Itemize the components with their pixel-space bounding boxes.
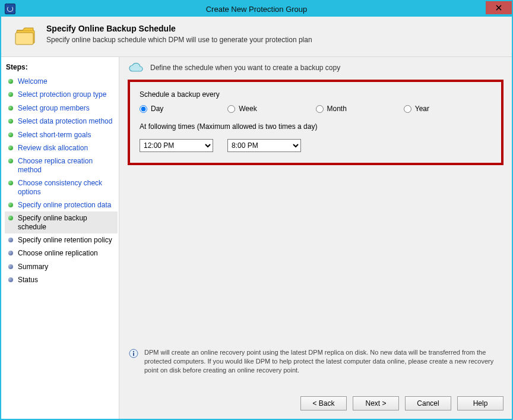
- step-label[interactable]: Select protection group type: [18, 90, 106, 99]
- step-bullet-icon: [8, 106, 13, 110]
- sidebar-step-11: Choose online replication: [5, 247, 118, 260]
- step-label[interactable]: Select short-term goals: [18, 131, 91, 139]
- window-title: Create New Protection Group: [1, 5, 512, 14]
- step-bullet-icon: [8, 146, 13, 150]
- step-bullet-icon: [8, 159, 13, 163]
- schedule-label: Schedule a backup every: [140, 90, 492, 99]
- sidebar-step-5[interactable]: Review disk allocation: [5, 141, 118, 154]
- sidebar-step-4[interactable]: Select short-term goals: [5, 128, 118, 141]
- page-title: Specify Online Backup Schedule: [46, 24, 312, 33]
- app-icon: [5, 4, 15, 14]
- times-label: At following times (Maximum allowed is t…: [140, 122, 492, 131]
- sidebar-step-12: Summary: [5, 260, 118, 273]
- svg-rect-4: [133, 351, 134, 352]
- wizard-window: Create New Protection Group Specify Onli…: [0, 0, 513, 420]
- step-label: Summary: [18, 263, 48, 271]
- wizard-body: Steps: WelcomeSelect protection group ty…: [1, 57, 512, 419]
- radio-week-input[interactable]: [227, 105, 235, 113]
- page-subtitle: Specify online backup schedule which DPM…: [46, 36, 312, 44]
- radio-month-input[interactable]: [316, 105, 324, 113]
- close-button[interactable]: [486, 1, 512, 14]
- sidebar-step-8[interactable]: Specify online protection data: [5, 198, 118, 211]
- radio-year-label: Year: [415, 105, 429, 113]
- step-bullet-icon: [8, 216, 13, 220]
- radio-week-label: Week: [239, 105, 256, 113]
- info-icon: [129, 349, 138, 358]
- close-icon: [496, 5, 502, 11]
- step-bullet-icon: [8, 203, 13, 207]
- sidebar-step-7[interactable]: Choose consistency check options: [5, 176, 118, 198]
- step-bullet-icon: [8, 238, 13, 242]
- wizard-content: Define the schedule when you want to cre…: [119, 57, 512, 419]
- hint-text: Define the schedule when you want to cre…: [150, 64, 340, 72]
- step-bullet-icon: [8, 251, 13, 255]
- info-row: DPM will create an online recovery point…: [119, 348, 512, 375]
- back-button[interactable]: < Back: [300, 396, 347, 410]
- step-label: Status: [18, 276, 38, 284]
- step-label[interactable]: Select group members: [18, 104, 90, 112]
- schedule-box: Schedule a backup every Day Week Month: [128, 80, 504, 165]
- sidebar-step-13: Status: [5, 273, 118, 286]
- step-label[interactable]: Review disk allocation: [18, 144, 88, 152]
- sidebar-step-3[interactable]: Select data protection method: [5, 115, 118, 128]
- step-bullet-icon: [8, 119, 13, 124]
- help-button[interactable]: Help: [457, 396, 504, 410]
- titlebar: Create New Protection Group: [1, 1, 512, 17]
- step-label: Specify online retention policy: [18, 236, 112, 244]
- sidebar-step-0[interactable]: Welcome: [5, 75, 118, 88]
- step-label: Specify online backup schedule: [18, 214, 115, 231]
- step-label[interactable]: Select data protection method: [18, 117, 112, 125]
- step-bullet-icon: [8, 181, 13, 185]
- info-text: DPM will create an online recovery point…: [144, 348, 502, 375]
- cloud-icon: [128, 62, 144, 74]
- step-bullet-icon: [8, 264, 13, 269]
- radio-week[interactable]: Week: [227, 105, 315, 113]
- radio-year-input[interactable]: [404, 105, 411, 113]
- time-selectors: 12:00 PM 8:00 PM: [140, 139, 492, 152]
- step-bullet-icon: [8, 79, 13, 84]
- radio-month-label: Month: [327, 105, 347, 113]
- radio-year[interactable]: Year: [404, 105, 492, 113]
- sidebar-step-9: Specify online backup schedule: [5, 211, 118, 233]
- step-label[interactable]: Choose replica creation method: [18, 157, 115, 174]
- svg-rect-3: [133, 353, 134, 356]
- cancel-button[interactable]: Cancel: [405, 396, 451, 410]
- wizard-header: Specify Online Backup Schedule Specify o…: [1, 17, 512, 57]
- sidebar-step-1[interactable]: Select protection group type: [5, 88, 118, 101]
- time-select-2[interactable]: 8:00 PM: [227, 139, 301, 152]
- radio-day[interactable]: Day: [140, 105, 227, 113]
- button-bar: < Back Next > Cancel Help: [300, 396, 504, 410]
- step-label[interactable]: Welcome: [18, 77, 48, 86]
- radio-day-input[interactable]: [140, 105, 147, 113]
- next-button[interactable]: Next >: [353, 396, 399, 410]
- radio-day-label: Day: [151, 105, 163, 113]
- folder-icon: [14, 25, 38, 47]
- sidebar-step-6[interactable]: Choose replica creation method: [5, 154, 118, 176]
- sidebar-step-2[interactable]: Select group members: [5, 102, 118, 115]
- step-bullet-icon: [8, 277, 13, 282]
- sidebar-step-10: Specify online retention policy: [5, 233, 118, 247]
- step-label[interactable]: Specify online protection data: [18, 201, 111, 209]
- svg-rect-1: [15, 33, 33, 45]
- step-bullet-icon: [8, 92, 13, 97]
- steps-title: Steps:: [5, 61, 118, 75]
- time-select-1[interactable]: 12:00 PM: [140, 139, 213, 152]
- step-label[interactable]: Choose consistency check options: [18, 179, 115, 196]
- hint-row: Define the schedule when you want to cre…: [119, 57, 512, 80]
- step-bullet-icon: [8, 132, 13, 137]
- steps-sidebar: Steps: WelcomeSelect protection group ty…: [1, 57, 119, 419]
- frequency-radio-group: Day Week Month Year: [140, 105, 492, 113]
- radio-month[interactable]: Month: [316, 105, 404, 113]
- step-label: Choose online replication: [18, 249, 98, 257]
